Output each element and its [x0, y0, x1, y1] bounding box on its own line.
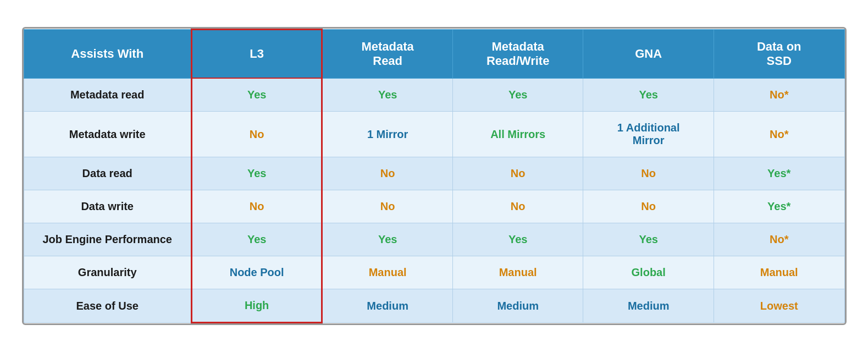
table-row: GranularityNode PoolManualManualGlobalMa…	[24, 256, 844, 289]
row-l3-value: No	[191, 112, 322, 157]
row-metadata-read-value: Manual	[322, 256, 453, 289]
row-metadata-read-value: Yes	[322, 223, 453, 256]
row-data-on-ssd-value: No*	[714, 78, 844, 112]
table-row: Data readYesNoNoNoYes*	[24, 157, 844, 190]
row-l3-value: Yes	[191, 78, 322, 112]
header-metadata-read: MetadataRead	[322, 29, 453, 78]
row-metadata-read-value: No	[322, 190, 453, 223]
row-metadata-readwrite-value: Yes	[452, 223, 583, 256]
table-row: Data writeNoNoNoNoYes*	[24, 190, 844, 223]
comparison-table: Assists With L3 MetadataRead MetadataRea…	[24, 29, 845, 324]
header-gna: GNA	[583, 29, 714, 78]
row-data-on-ssd-value: Yes*	[714, 190, 844, 223]
row-gna-value: No	[583, 190, 714, 223]
table-row: Ease of UseHighMediumMediumMediumLowest	[24, 289, 844, 323]
table-row: Metadata writeNo1 MirrorAll Mirrors1 Add…	[24, 112, 844, 157]
row-label: Ease of Use	[24, 289, 191, 323]
row-metadata-read-value: Medium	[322, 289, 453, 323]
row-l3-value: No	[191, 190, 322, 223]
header-data-on-ssd: Data onSSD	[714, 29, 844, 78]
row-label: Granularity	[24, 256, 191, 289]
row-gna-value: 1 AdditionalMirror	[583, 112, 714, 157]
row-l3-value: High	[191, 289, 322, 323]
header-row: Assists With L3 MetadataRead MetadataRea…	[24, 29, 844, 78]
row-metadata-read-value: Yes	[322, 78, 453, 112]
header-l3: L3	[191, 29, 322, 78]
row-gna-value: No	[583, 157, 714, 190]
row-metadata-read-value: 1 Mirror	[322, 112, 453, 157]
row-data-on-ssd-value: No*	[714, 223, 844, 256]
row-metadata-readwrite-value: No	[452, 157, 583, 190]
row-metadata-readwrite-value: Yes	[452, 78, 583, 112]
row-label: Data read	[24, 157, 191, 190]
table-row: Job Engine PerformanceYesYesYesYesNo*	[24, 223, 844, 256]
row-data-on-ssd-value: Lowest	[714, 289, 844, 323]
row-metadata-read-value: No	[322, 157, 453, 190]
row-gna-value: Yes	[583, 78, 714, 112]
row-metadata-readwrite-value: All Mirrors	[452, 112, 583, 157]
row-l3-value: Yes	[191, 223, 322, 256]
row-label: Job Engine Performance	[24, 223, 191, 256]
row-data-on-ssd-value: Manual	[714, 256, 844, 289]
row-gna-value: Yes	[583, 223, 714, 256]
header-assists-with: Assists With	[24, 29, 191, 78]
table-row: Metadata readYesYesYesYesNo*	[24, 78, 844, 112]
comparison-table-wrapper: Assists With L3 MetadataRead MetadataRea…	[22, 27, 847, 326]
row-data-on-ssd-value: No*	[714, 112, 844, 157]
row-label: Metadata write	[24, 112, 191, 157]
row-gna-value: Global	[583, 256, 714, 289]
row-metadata-readwrite-value: No	[452, 190, 583, 223]
row-label: Data write	[24, 190, 191, 223]
row-l3-value: Yes	[191, 157, 322, 190]
row-metadata-readwrite-value: Medium	[452, 289, 583, 323]
row-metadata-readwrite-value: Manual	[452, 256, 583, 289]
table-body: Metadata readYesYesYesYesNo*Metadata wri…	[24, 78, 844, 323]
header-metadata-readwrite: MetadataRead/Write	[452, 29, 583, 78]
row-gna-value: Medium	[583, 289, 714, 323]
row-data-on-ssd-value: Yes*	[714, 157, 844, 190]
row-label: Metadata read	[24, 78, 191, 112]
row-l3-value: Node Pool	[191, 256, 322, 289]
